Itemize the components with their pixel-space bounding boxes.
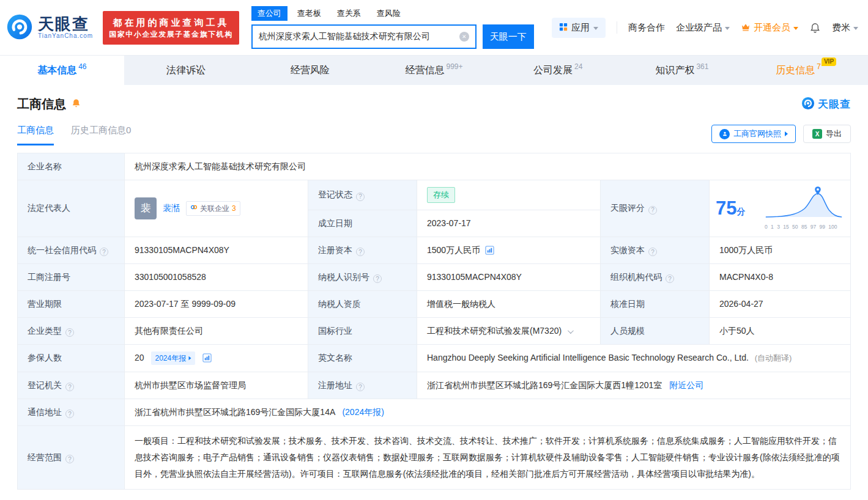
help-icon[interactable]: [356, 193, 365, 201]
help-icon[interactable]: [356, 248, 365, 256]
arrow-right-icon: [189, 356, 191, 359]
notification-bell-icon[interactable]: [809, 22, 821, 34]
table-row: 登记机关 杭州市拱墅区市场监督管理局 注册地址 浙江省杭州市拱墅区环城北路169…: [18, 372, 851, 399]
help-icon[interactable]: [100, 248, 108, 256]
vip-badge: VIP: [822, 57, 836, 66]
subtab-business-info[interactable]: 工商信息: [17, 125, 54, 145]
field-label-reg-address: 注册地址: [308, 372, 417, 399]
promo-line1: 都在用的商业查询工具: [109, 16, 233, 29]
field-value-company-type: 其他有限责任公司: [125, 317, 308, 344]
nav-tab-operating-info[interactable]: 经营信息 999+: [372, 56, 496, 85]
top-header: 天眼查 TianYanCha.com 都在用的商业查询工具 国家中小企业发展子基…: [0, 0, 868, 55]
search-input[interactable]: [259, 32, 459, 42]
business-info-table: 企业名称 杭州深度求索人工智能基础技术研究有限公司 法定代表人 裴 裴湉 关联企…: [17, 153, 851, 490]
related-companies-badge[interactable]: 关联企业 3: [186, 201, 240, 216]
annual-report-link[interactable]: (2024年报): [342, 407, 384, 417]
help-icon[interactable]: [648, 206, 657, 215]
logo-title: 天眼查: [38, 16, 93, 32]
search-tab-risk[interactable]: 查风险: [371, 6, 407, 21]
nearby-companies-link[interactable]: 附近公司: [669, 380, 703, 390]
field-value-approval-date: 2026-04-27: [710, 290, 851, 317]
help-icon[interactable]: [65, 455, 74, 463]
score-axis-labels: 0 1 3 15 50 85 97 99 100: [763, 223, 844, 231]
field-value-reg-status: 存续: [417, 180, 601, 210]
help-icon[interactable]: [356, 383, 365, 391]
menu-enterprise[interactable]: 企业级产品: [676, 22, 730, 34]
field-value-mail-address: 浙江省杭州市拱墅区环城北路169号汇金国际大厦14A (2024年报): [125, 399, 851, 425]
field-value-org-code: MACPN4X0-8: [710, 263, 851, 290]
nav-tab-development[interactable]: 公司发展 24: [496, 56, 620, 85]
field-value-reg-capital: 1500万人民币: [417, 237, 601, 263]
field-value-score: 75分 0 1 3 15 50 85 97 99 100: [710, 180, 851, 237]
table-row: 营业期限 2023-07-17 至 9999-09-09 纳税人资质 增值税一般…: [18, 290, 851, 317]
field-value-taxpayer-id: 91330105MACPN4X08Y: [417, 263, 601, 290]
clear-search-icon[interactable]: [459, 32, 469, 42]
nav-tab-ip[interactable]: 知识产权 361: [620, 56, 744, 85]
table-row: 通信地址 浙江省杭州市拱墅区环城北路169号汇金国际大厦14A (2024年报): [18, 399, 851, 425]
table-row: 经营范围 一般项目：工程和技术研究和试验发展；技术服务、技术开发、技术咨询、技术…: [18, 425, 851, 490]
promo-line2: 国家中小企业发展子基金旗下机构: [109, 29, 233, 40]
help-icon[interactable]: [65, 410, 74, 418]
search-tab-relation[interactable]: 查关系: [331, 6, 367, 21]
nav-tab-legal[interactable]: 法律诉讼: [124, 56, 248, 85]
official-snapshot-button[interactable]: 工商官网快照: [711, 125, 796, 143]
field-label-business-scope: 经营范围: [18, 425, 125, 490]
capital-trend-icon[interactable]: [485, 246, 494, 255]
nav-tab-operating-risk[interactable]: 经营风险: [248, 56, 372, 85]
auto-translate-note: (自动翻译): [755, 353, 792, 362]
export-button[interactable]: 导出: [803, 125, 851, 143]
help-icon[interactable]: [648, 248, 657, 256]
field-label-taxpayer-quality: 纳税人资质: [308, 290, 417, 317]
score-value: 75分: [716, 199, 745, 218]
help-icon[interactable]: [65, 328, 74, 337]
caret-down-icon: [853, 27, 858, 30]
insured-trend-icon[interactable]: [202, 353, 212, 362]
annual-report-badge[interactable]: 2024年报: [151, 351, 195, 365]
help-icon[interactable]: [666, 274, 674, 283]
chevron-down-icon[interactable]: [568, 328, 574, 334]
logo-subtitle: TianYanCha.com: [38, 32, 93, 39]
header-menu: 应用 商务合作 企业级产品 开通会员 费米: [552, 18, 858, 38]
field-value-taxpayer-quality: 增值税一般纳税人: [417, 290, 601, 317]
legal-rep-name-link[interactable]: 裴湉: [163, 202, 180, 215]
help-icon[interactable]: [373, 274, 382, 283]
help-icon[interactable]: [65, 383, 74, 391]
field-value-reg-number: 330105001058528: [125, 263, 308, 290]
nav-tab-history[interactable]: 历史信息 7 VIP: [744, 56, 868, 85]
table-row: 企业名称 杭州深度求索人工智能基础技术研究有限公司: [18, 153, 851, 180]
menu-vip[interactable]: 开通会员: [741, 22, 798, 34]
score-distribution-chart: 0 1 3 15 50 85 97 99 100: [763, 185, 844, 231]
arrow-right-icon: [785, 131, 788, 136]
menu-enterprise-label: 企业级产品: [676, 22, 722, 34]
legal-rep-avatar[interactable]: 裴: [135, 197, 157, 219]
search-tab-boss[interactable]: 查老板: [291, 6, 327, 21]
field-label-paid-capital: 实缴资本: [601, 237, 710, 263]
section-watermark-logo: 天眼查: [801, 97, 851, 112]
user-menu[interactable]: 费米: [832, 22, 858, 34]
field-label-industry: 国标行业: [308, 317, 417, 344]
nav-tab-count: 46: [78, 62, 86, 71]
table-row: 企业类型 其他有限责任公司 国标行业 工程和技术研究和试验发展(M7320) 人…: [18, 317, 851, 344]
table-row: 统一社会信用代码 91330105MACPN4X08Y 注册资本 1500万人民…: [18, 237, 851, 263]
apps-menu[interactable]: 应用: [552, 18, 606, 38]
field-label-insured: 参保人数: [18, 344, 125, 372]
field-value-reg-address: 浙江省杭州市拱墅区环城北路169号汇金国际大厦西1幢1201室 附近公司: [417, 372, 851, 399]
user-name: 费米: [832, 22, 850, 34]
field-label-mail-address: 通信地址: [18, 399, 125, 425]
apps-grid-icon: [559, 23, 568, 33]
nav-tab-count: 361: [696, 62, 708, 71]
field-label-approval-date: 核准日期: [601, 290, 710, 317]
subtab-history-business-info[interactable]: 历史工商信息0: [71, 125, 131, 145]
subscribe-bell-icon[interactable]: [71, 98, 81, 111]
nav-tab-basic-info[interactable]: 基本信息 46: [0, 56, 124, 85]
tianyancha-logo-icon: [6, 13, 33, 42]
field-label-english-name: 英文名称: [308, 344, 417, 372]
menu-cooperation[interactable]: 商务合作: [628, 22, 665, 34]
field-value-industry: 工程和技术研究和试验发展(M7320): [417, 317, 601, 344]
search-tab-company[interactable]: 查公司: [251, 6, 287, 21]
search-box[interactable]: [251, 24, 477, 49]
search-button[interactable]: 天眼一下: [483, 24, 534, 49]
field-value-legal-rep: 裴 裴湉 关联企业 3: [125, 180, 308, 237]
section-title: 工商信息: [17, 96, 66, 112]
tianyancha-logo[interactable]: 天眼查 TianYanCha.com: [6, 13, 93, 42]
